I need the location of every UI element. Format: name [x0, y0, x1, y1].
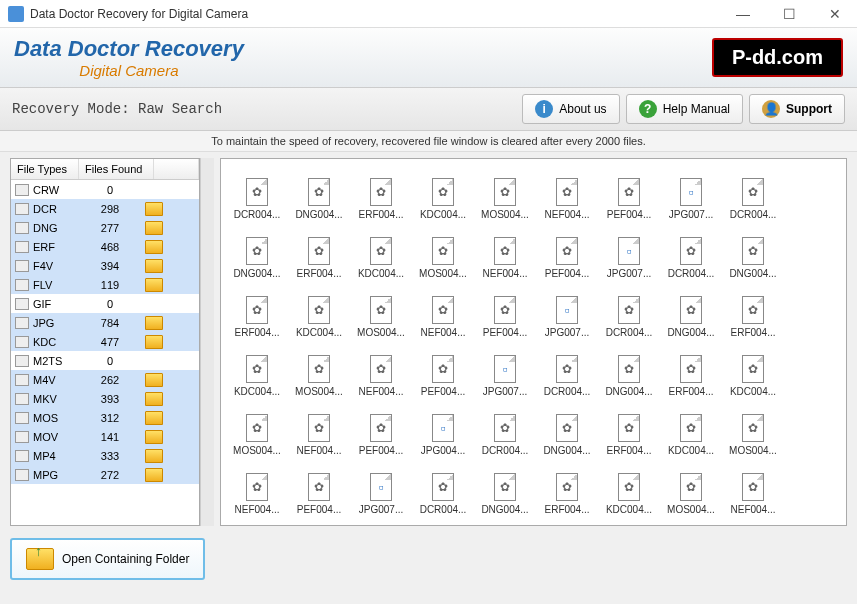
file-icon [432, 414, 454, 442]
thumbnail-item[interactable]: DNG004... [537, 401, 597, 456]
thumbnail-item[interactable]: KDC004... [723, 342, 783, 397]
thumbnail-item[interactable]: DNG004... [723, 224, 783, 279]
thumbnail-label: DCR004... [482, 445, 529, 456]
thumbnail-item[interactable]: MOS004... [413, 224, 473, 279]
file-type-row[interactable]: MPG 272 [11, 465, 199, 484]
thumbnail-item[interactable]: ERF004... [661, 342, 721, 397]
filetype-count: 272 [79, 469, 141, 481]
file-type-row[interactable]: MP4 333 [11, 446, 199, 465]
support-button[interactable]: 👤 Support [749, 94, 845, 124]
file-type-row[interactable]: F4V 394 [11, 256, 199, 275]
thumbnail-item[interactable]: PEF004... [289, 460, 349, 515]
thumbnail-item[interactable]: JPG007... [475, 342, 535, 397]
close-button[interactable]: ✕ [821, 4, 849, 24]
file-type-row[interactable]: MOS 312 [11, 408, 199, 427]
thumbnail-item[interactable]: KDC004... [661, 401, 721, 456]
thumbnail-item[interactable]: DCR004... [599, 283, 659, 338]
thumbnail-item[interactable]: MOS004... [475, 165, 535, 220]
filetype-name: M2TS [33, 355, 79, 367]
file-type-row[interactable]: GIF 0 [11, 294, 199, 313]
file-icon [618, 473, 640, 501]
thumbnail-item[interactable]: JPG004... [413, 401, 473, 456]
thumbnail-item[interactable]: JPG007... [537, 283, 597, 338]
thumbnail-item[interactable]: PEF004... [227, 519, 287, 526]
thumbnail-item[interactable]: DCR004... [475, 401, 535, 456]
thumbnail-item[interactable]: MOS004... [289, 342, 349, 397]
thumbnail-item[interactable]: DCR004... [351, 519, 411, 526]
file-types-panel: File Types Files Found CRW 0 DCR 298 DNG… [10, 158, 200, 526]
filetype-name: MKV [33, 393, 79, 405]
file-type-row[interactable]: MOV 141 [11, 427, 199, 446]
thumbnail-item[interactable]: MOS004... [723, 401, 783, 456]
thumbnail-item[interactable]: KDC004... [599, 460, 659, 515]
thumbnail-item[interactable]: ERF004... [289, 224, 349, 279]
thumbnail-item[interactable]: DNG004... [227, 224, 287, 279]
thumbnail-item[interactable]: JPG007... [289, 519, 349, 526]
thumbnail-item[interactable]: ERF004... [537, 460, 597, 515]
file-type-row[interactable]: M4V 262 [11, 370, 199, 389]
thumbnail-item[interactable]: MOS004... [661, 460, 721, 515]
file-type-row[interactable]: JPG 784 [11, 313, 199, 332]
thumbnail-item[interactable]: ERF004... [351, 165, 411, 220]
thumbnail-item[interactable]: KDC004... [227, 342, 287, 397]
thumbnail-item[interactable]: PEF004... [413, 342, 473, 397]
col-file-types[interactable]: File Types [11, 159, 79, 179]
file-type-row[interactable]: FLV 119 [11, 275, 199, 294]
thumbnail-item[interactable]: NEF004... [475, 224, 535, 279]
thumbnail-item[interactable]: DCR004... [413, 460, 473, 515]
thumbnail-item[interactable]: DCR004... [723, 165, 783, 220]
thumbnail-item[interactable]: KDC004... [289, 283, 349, 338]
thumbnail-item[interactable]: KDC004... [537, 519, 597, 526]
thumbnail-item[interactable]: ERF004... [475, 519, 535, 526]
thumbnail-item[interactable]: JPG007... [599, 224, 659, 279]
thumbnail-item[interactable]: NEF004... [537, 165, 597, 220]
thumbnail-item[interactable]: DNG004... [599, 342, 659, 397]
thumbnail-item[interactable]: PEF004... [537, 224, 597, 279]
thumbnail-item[interactable]: PEF004... [475, 283, 535, 338]
file-type-row[interactable]: DNG 277 [11, 218, 199, 237]
thumbnail-item[interactable]: NEF004... [227, 460, 287, 515]
file-type-row[interactable]: CRW 0 [11, 180, 199, 199]
thumbnail-item[interactable]: NEF004... [413, 283, 473, 338]
thumbnail-item[interactable]: ERF004... [723, 283, 783, 338]
thumbnail-item[interactable]: DCR004... [227, 165, 287, 220]
thumbnail-item[interactable]: JPG007... [661, 165, 721, 220]
help-manual-button[interactable]: ? Help Manual [626, 94, 743, 124]
thumbnail-item[interactable]: PEF004... [599, 165, 659, 220]
maximize-button[interactable]: ☐ [775, 4, 803, 24]
thumbnails-panel[interactable]: DCR004... DNG004... ERF004... KDC004... … [220, 158, 847, 526]
thumbnail-item[interactable]: PEF004... [351, 401, 411, 456]
open-containing-folder-button[interactable]: Open Containing Folder [10, 538, 205, 580]
info-message: To maintain the speed of recovery, recov… [0, 131, 857, 152]
thumbnail-item[interactable]: ERF004... [599, 401, 659, 456]
file-icon [432, 296, 454, 324]
thumbnail-item[interactable]: DNG004... [289, 165, 349, 220]
thumbnail-item[interactable]: MOS004... [351, 283, 411, 338]
thumbnail-item[interactable]: NEF004... [289, 401, 349, 456]
about-us-button[interactable]: i About us [522, 94, 619, 124]
file-types-list[interactable]: CRW 0 DCR 298 DNG 277 ERF 468 F4V 394 FL… [11, 180, 199, 525]
file-type-row[interactable]: MKV 393 [11, 389, 199, 408]
thumbnail-item[interactable]: MOS004... [227, 401, 287, 456]
file-type-row[interactable]: ERF 468 [11, 237, 199, 256]
left-scrollbar[interactable] [200, 158, 214, 526]
thumbnail-item[interactable]: DNG004... [475, 460, 535, 515]
thumbnail-item[interactable]: NEF004... [723, 460, 783, 515]
file-type-row[interactable]: DCR 298 [11, 199, 199, 218]
col-files-found[interactable]: Files Found [79, 159, 154, 179]
thumbnail-item[interactable]: DCR004... [537, 342, 597, 397]
thumbnail-item[interactable]: DNG004... [413, 519, 473, 526]
filetype-name: MPG [33, 469, 79, 481]
thumbnail-item[interactable]: DNG004... [661, 283, 721, 338]
thumbnail-item[interactable]: ERF004... [227, 283, 287, 338]
thumbnail-item[interactable]: DCR004... [661, 224, 721, 279]
file-type-row[interactable]: KDC 477 [11, 332, 199, 351]
thumbnail-item[interactable]: JPG007... [351, 460, 411, 515]
file-icon [494, 355, 516, 383]
thumbnail-item[interactable]: NEF004... [351, 342, 411, 397]
minimize-button[interactable]: — [729, 4, 757, 24]
file-icon [680, 237, 702, 265]
thumbnail-item[interactable]: KDC004... [413, 165, 473, 220]
file-type-row[interactable]: M2TS 0 [11, 351, 199, 370]
thumbnail-item[interactable]: KDC004... [351, 224, 411, 279]
